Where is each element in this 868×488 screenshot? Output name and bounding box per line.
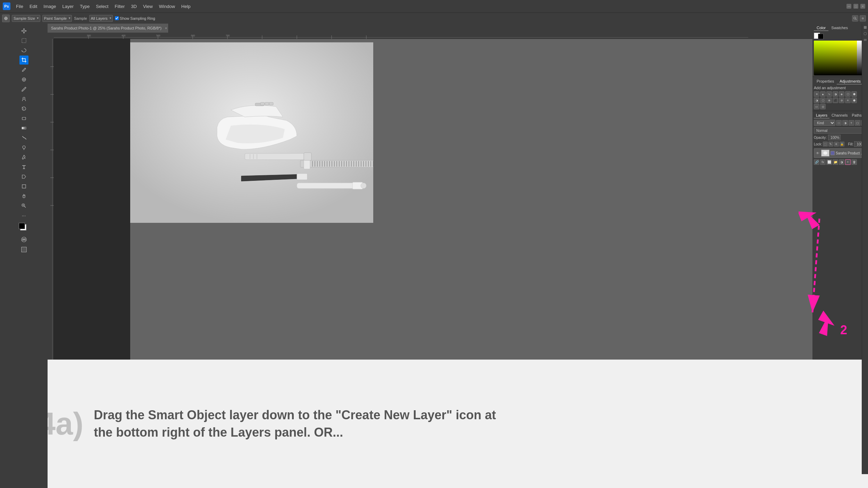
restore-button[interactable]: □ (853, 4, 858, 9)
properties-tab[interactable]: Properties (814, 78, 837, 84)
gradient-tool[interactable] (19, 124, 28, 133)
eyedropper-tool-panel[interactable] (19, 65, 28, 74)
hsl-adj-icon[interactable]: ⬡ (845, 91, 851, 97)
layers-filter-shape-icon[interactable]: ▢ (855, 120, 860, 126)
settings-icon[interactable] (860, 15, 866, 22)
move-tool[interactable] (19, 26, 28, 35)
paint-sample-dropdown[interactable]: Paint Sample ▼ (42, 15, 72, 22)
document-tab[interactable]: Sarahs Product Photo-1 @ 25% (Sarahs Pro… (48, 24, 169, 33)
color-tab[interactable]: Color (814, 25, 828, 31)
layers-filter-pixel-icon[interactable]: □ (836, 120, 842, 126)
menu-view[interactable]: View (140, 3, 156, 10)
search-icon[interactable] (852, 15, 858, 22)
menu-window[interactable]: Window (156, 3, 178, 10)
link-layers-button[interactable]: 🔗 (814, 159, 819, 165)
panel-color-strip-icon[interactable] (863, 25, 868, 30)
add-mask-button[interactable]: ⬜ (826, 159, 832, 165)
healing-brush-tool[interactable] (19, 75, 28, 84)
svg-point-86 (361, 183, 366, 188)
more-tools[interactable]: ··· (19, 211, 28, 220)
canvas-corner (48, 33, 54, 39)
curves-adj-icon[interactable]: ∿ (826, 91, 832, 97)
exposure-adj-icon[interactable]: ◑ (833, 91, 838, 97)
pen-tool[interactable] (19, 153, 28, 162)
create-group-button[interactable]: 📁 (833, 159, 838, 165)
lock-all-icon[interactable]: 🔒 (840, 142, 844, 146)
svg-rect-22 (22, 248, 26, 251)
posterize-adj-icon[interactable]: ≡ (845, 98, 851, 103)
bw-adj-icon[interactable]: ◑ (814, 98, 819, 103)
menu-select[interactable]: Select (93, 3, 111, 10)
hand-tool[interactable] (19, 192, 28, 201)
adjustment-icons-row3: ▭ ◎ (814, 104, 867, 109)
marquee-tool[interactable] (19, 36, 28, 45)
screen-mode-button[interactable] (19, 245, 28, 254)
clone-stamp-tool[interactable] (19, 94, 28, 103)
panel-history-strip-icon[interactable] (863, 31, 868, 36)
lock-position-icon[interactable]: ✛ (834, 142, 839, 146)
menu-filter[interactable]: Filter (112, 3, 127, 10)
color-swatch-area[interactable] (19, 223, 29, 233)
menu-bar: Ps File Edit Image Layer Type Select Fil… (0, 0, 868, 12)
text-tool[interactable] (19, 162, 28, 171)
menu-edit[interactable]: Edit (27, 3, 40, 10)
channel-mixer-adj-icon[interactable]: ⊕ (826, 98, 832, 103)
blend-mode-dropdown[interactable]: Normal (814, 127, 867, 134)
color-lookup-adj-icon[interactable]: ⬛ (833, 98, 838, 103)
zoom-tool[interactable] (19, 201, 28, 210)
layer-item-sarahs[interactable]: 👁 Sarahs Product Photo (814, 148, 867, 158)
history-brush-tool[interactable] (19, 104, 28, 113)
shape-tool[interactable] (19, 182, 28, 191)
panel-layers-strip-icon[interactable] (863, 37, 868, 42)
smudge-tool[interactable] (19, 133, 28, 142)
sample-size-dropdown[interactable]: Sample Size ▼ (12, 15, 40, 22)
quick-mask-button[interactable] (20, 236, 27, 243)
delete-layer-button[interactable]: 🗑 (851, 159, 857, 165)
threshold-adj-icon[interactable]: ⬟ (851, 98, 857, 103)
create-adj-layer-button[interactable]: ◑ (839, 159, 844, 165)
gradient-map-adj-icon[interactable]: ▭ (814, 104, 819, 109)
all-layers-dropdown[interactable]: All Layers ▼ (89, 15, 113, 22)
layers-filter-type-icon[interactable]: T (849, 120, 854, 126)
eyedropper-tool[interactable] (2, 15, 10, 22)
menu-help[interactable]: Help (178, 3, 193, 10)
minimize-button[interactable]: ─ (846, 4, 851, 9)
selective-color-adj-icon[interactable]: ◎ (820, 104, 826, 109)
opacity-input[interactable] (828, 135, 841, 140)
channels-tab[interactable]: Channels (829, 112, 850, 118)
layers-tab[interactable]: Layers (814, 112, 829, 118)
adjustments-tab[interactable]: Adjustments (837, 78, 863, 84)
layers-filter-adj-icon[interactable]: ◑ (842, 120, 848, 126)
svg-rect-20 (22, 238, 26, 241)
color-spectrum[interactable] (814, 41, 867, 75)
svg-rect-6 (22, 39, 26, 43)
path-selection-tool[interactable] (19, 172, 28, 181)
invert-adj-icon[interactable]: ⊘ (839, 98, 844, 103)
brightness-adj-icon[interactable]: ☀ (814, 91, 819, 97)
lasso-tool[interactable] (19, 46, 28, 55)
vibrance-adj-icon[interactable]: ◈ (839, 91, 844, 97)
color-balance-adj-icon[interactable]: ⬢ (851, 91, 857, 97)
menu-image[interactable]: Image (41, 3, 59, 10)
add-style-button[interactable]: fx (820, 159, 826, 165)
menu-type[interactable]: Type (77, 3, 92, 10)
menu-layer[interactable]: Layer (60, 3, 77, 10)
brush-tool[interactable] (19, 85, 28, 94)
lock-transparency-icon[interactable]: ⬚ (823, 142, 828, 146)
photo-filter-adj-icon[interactable]: ⬡ (820, 98, 826, 103)
menu-file[interactable]: File (13, 3, 26, 10)
crop-tool[interactable] (19, 56, 28, 65)
tab-close-button[interactable]: × (165, 26, 167, 30)
layer-visibility-toggle[interactable]: 👁 (815, 151, 820, 155)
eraser-tool[interactable] (19, 114, 28, 123)
levels-adj-icon[interactable]: ▲ (820, 91, 826, 97)
background-color-swatch[interactable] (818, 34, 824, 39)
close-button[interactable]: × (860, 4, 865, 9)
show-sampling-ring-checkbox[interactable]: Show Sampling Ring (115, 16, 155, 20)
menu-3d[interactable]: 3D (128, 3, 140, 10)
dodge-tool[interactable] (19, 143, 28, 152)
lock-paint-icon[interactable]: ✎ (828, 142, 833, 146)
create-new-layer-button[interactable]: + (845, 159, 851, 165)
layers-kind-dropdown[interactable]: Kind (814, 120, 835, 126)
swatches-tab[interactable]: Swatches (828, 25, 851, 31)
